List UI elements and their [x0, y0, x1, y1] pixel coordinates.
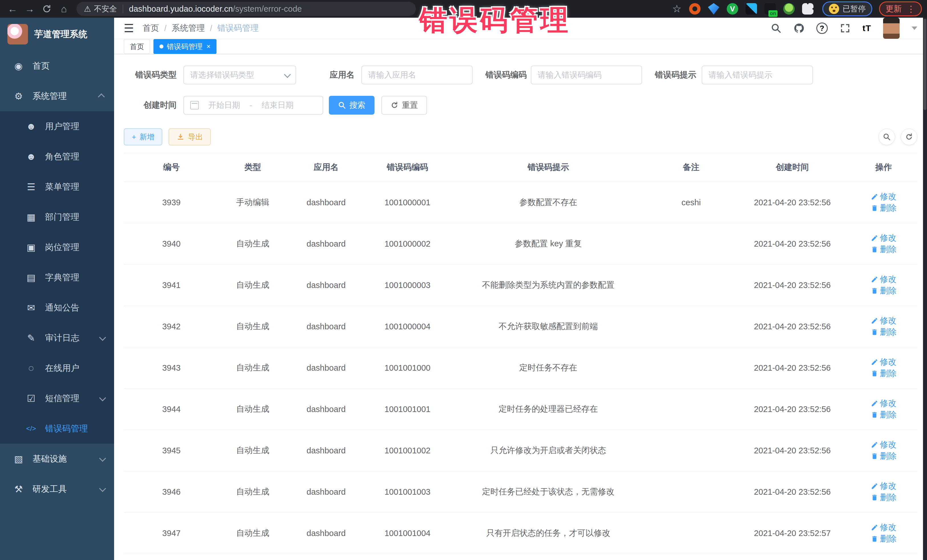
sidebar-item-角色管理[interactable]: ☻角色管理	[0, 141, 114, 171]
app-logo-row[interactable]: 芋道管理系统	[0, 18, 114, 51]
reload-icon[interactable]	[40, 2, 54, 16]
cell-type: 自动生成	[219, 265, 286, 306]
hint-input[interactable]	[708, 70, 806, 80]
tab-error-code[interactable]: 错误码管理 ×	[153, 39, 216, 54]
sidebar-item-用户管理[interactable]: ☻用户管理	[0, 111, 114, 141]
error-code-value: 1001001004	[384, 529, 430, 538]
extensions-puzzle-icon[interactable]	[802, 3, 813, 15]
help-icon[interactable]: ?	[816, 23, 828, 34]
font-size-icon[interactable]: tT	[863, 23, 871, 33]
bookmark-star-icon[interactable]: ☆	[672, 3, 681, 15]
back-icon[interactable]: ←	[5, 2, 20, 16]
extension-icon[interactable]	[689, 3, 701, 15]
add-button[interactable]: + 新增	[124, 128, 162, 146]
sidebar-item-错误码管理[interactable]: </>错误码管理	[0, 413, 114, 444]
delete-link[interactable]: 删除	[871, 285, 897, 296]
sidebar-item-菜单管理[interactable]: ☰菜单管理	[0, 171, 114, 202]
cell-app: dashboard	[286, 347, 366, 389]
delete-link[interactable]: 删除	[871, 202, 897, 214]
sidebar-item-审计日志[interactable]: ✎审计日志	[0, 323, 114, 353]
edit-link[interactable]: 修改	[871, 439, 897, 451]
sidebar-item-研发工具[interactable]: ⚒研发工具	[0, 474, 114, 504]
scrollbar-thumb[interactable]	[924, 19, 926, 110]
type-select[interactable]: 请选择错误码类型	[183, 65, 296, 84]
end-date-placeholder[interactable]: 结束日期	[256, 100, 299, 111]
user-avatar[interactable]	[883, 18, 900, 39]
sidebar-item-短信管理[interactable]: ☑短信管理	[0, 383, 114, 413]
home-icon[interactable]: ⌂	[56, 2, 71, 16]
app-name-input[interactable]	[368, 70, 466, 80]
sidebar-item-在线用户[interactable]: ◌在线用户	[0, 353, 114, 383]
edit-link[interactable]: 修改	[871, 357, 897, 368]
reset-button[interactable]: 重置	[381, 96, 427, 115]
browser-menu-icon[interactable]: ⋮	[907, 4, 915, 14]
edit-link[interactable]: 修改	[871, 522, 897, 533]
sidebar-item-系统管理[interactable]: ⚙系统管理	[0, 81, 114, 111]
forward-icon[interactable]: →	[22, 2, 37, 16]
code-input[interactable]	[538, 70, 635, 80]
cell-type: 自动生成	[219, 306, 286, 347]
breadcrumb-home[interactable]: 首页	[143, 23, 159, 34]
cell-code: 1001001000	[366, 347, 449, 389]
extension-icon[interactable]	[764, 3, 776, 15]
sidebar-item-label: 系统管理	[32, 90, 92, 102]
close-tab-icon[interactable]: ×	[207, 42, 211, 50]
warning-icon: ⚠	[84, 4, 91, 14]
cell-id: 3942	[124, 306, 219, 347]
fullscreen-icon[interactable]	[840, 23, 851, 33]
edit-link[interactable]: 修改	[871, 232, 897, 244]
browser-update-button[interactable]: 更新 ⋮	[879, 2, 922, 16]
delete-link[interactable]: 删除	[871, 409, 897, 420]
delete-link[interactable]: 删除	[871, 326, 897, 338]
delete-link[interactable]: 删除	[871, 244, 897, 255]
sidebar-item-字典管理[interactable]: ▤字典管理	[0, 262, 114, 293]
edit-link[interactable]: 修改	[871, 191, 897, 202]
delete-link[interactable]: 删除	[871, 451, 897, 462]
github-icon[interactable]	[793, 23, 804, 33]
security-warning[interactable]: ⚠ 不安全	[84, 4, 117, 14]
sidebar-item-基础设施[interactable]: ▧基础设施	[0, 444, 114, 474]
cell-remark: ceshi	[647, 182, 735, 223]
tags-view: 首页 错误码管理 ×	[114, 39, 927, 54]
sidebar-item-首页[interactable]: ◉首页	[0, 51, 114, 81]
sidebar-item-通知公告[interactable]: ✉通知公告	[0, 293, 114, 323]
refresh-button[interactable]	[901, 129, 917, 145]
delete-link[interactable]: 删除	[871, 492, 897, 503]
chevron-down-icon	[284, 71, 291, 78]
cell-code: 1001000003	[366, 265, 449, 306]
paused-extension-pill[interactable]: 已暂停	[822, 2, 872, 16]
extension-icon[interactable]	[783, 3, 795, 15]
date-range-picker[interactable]: 开始日期 - 结束日期	[183, 96, 323, 115]
error-code-value: 1001000002	[383, 238, 432, 250]
cell-remark	[647, 223, 735, 265]
cell-hint: 只有开启状态的任务，才可以修改	[449, 513, 648, 554]
export-button[interactable]: 导出	[169, 128, 211, 146]
extension-icon[interactable]	[746, 3, 757, 15]
breadcrumb-system[interactable]: 系统管理	[172, 23, 205, 34]
tab-home[interactable]: 首页	[124, 39, 150, 54]
sidebar-item-岗位管理[interactable]: ▣岗位管理	[0, 232, 114, 262]
search-icon[interactable]	[771, 23, 781, 33]
cell-code: 1001001001	[366, 389, 449, 430]
extension-icon[interactable]: V	[727, 3, 738, 15]
edit-link[interactable]: 修改	[871, 274, 897, 285]
cell-time: 2021-04-20 23:52:56	[735, 347, 850, 389]
delete-link[interactable]: 删除	[871, 533, 897, 545]
delete-link[interactable]: 删除	[871, 368, 897, 379]
chevron-down-icon[interactable]	[912, 27, 917, 30]
sidebar-item-部门管理[interactable]: ▦部门管理	[0, 202, 114, 232]
collapse-sidebar-icon[interactable]: ☰	[124, 22, 134, 35]
page-scrollbar[interactable]	[923, 18, 927, 560]
edit-link[interactable]: 修改	[871, 398, 897, 409]
toggle-search-button[interactable]	[878, 129, 895, 145]
extension-icon[interactable]	[708, 3, 719, 15]
cell-type: 自动生成	[219, 223, 286, 265]
start-date-placeholder[interactable]: 开始日期	[203, 100, 246, 111]
sidebar-item-label: 基础设施	[32, 453, 92, 465]
edit-link[interactable]: 修改	[871, 315, 897, 326]
edit-link[interactable]: 修改	[871, 480, 897, 492]
search-button[interactable]: 搜索	[329, 96, 374, 115]
address-bar[interactable]: ⚠ 不安全 dashboard.yudao.iocoder.cn/system/…	[76, 2, 416, 16]
devtool-icon: ⚒	[12, 484, 25, 495]
sidebar-item-label: 通知公告	[45, 302, 104, 314]
